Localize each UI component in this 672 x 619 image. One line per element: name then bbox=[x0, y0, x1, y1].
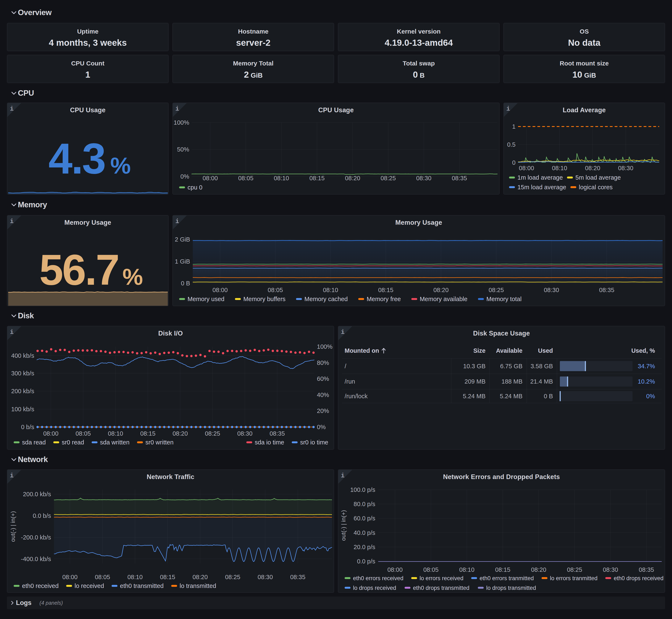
svg-text:sda read: sda read bbox=[22, 439, 46, 446]
svg-text:100.0 p/s: 100.0 p/s bbox=[350, 486, 375, 493]
svg-text:200.0 kb/s: 200.0 kb/s bbox=[23, 491, 51, 497]
svg-text:08:25: 08:25 bbox=[567, 566, 582, 573]
svg-text:10.2%: 10.2% bbox=[638, 378, 655, 385]
svg-text:2 GiB: 2 GiB bbox=[175, 236, 190, 243]
svg-text:sr0 io time: sr0 io time bbox=[300, 439, 328, 446]
svg-text:out(-) | in(+): out(-) | in(+) bbox=[10, 511, 16, 542]
svg-text:%: % bbox=[110, 152, 131, 178]
svg-text:Memory free: Memory free bbox=[367, 296, 401, 302]
svg-text:08:20: 08:20 bbox=[433, 287, 449, 293]
svg-text:0.5: 0.5 bbox=[507, 141, 515, 148]
svg-text:0.0 p/s: 0.0 p/s bbox=[357, 558, 375, 565]
svg-text:08:10: 08:10 bbox=[127, 574, 143, 580]
svg-text:400 kb/s: 400 kb/s bbox=[11, 352, 34, 359]
svg-text:40.0 p/s: 40.0 p/s bbox=[354, 530, 375, 536]
svg-text:08:25: 08:25 bbox=[489, 287, 504, 293]
svg-text:60%: 60% bbox=[317, 375, 329, 382]
svg-text:08:15: 08:15 bbox=[309, 175, 325, 182]
svg-text:0.0 b/s: 0.0 b/s bbox=[33, 512, 51, 519]
svg-text:Available: Available bbox=[496, 347, 523, 354]
svg-text:eth0 received: eth0 received bbox=[22, 582, 59, 589]
svg-text:08:10: 08:10 bbox=[323, 287, 338, 293]
svg-text:08:00: 08:00 bbox=[62, 574, 78, 580]
svg-text:6.75 GB: 6.75 GB bbox=[500, 363, 523, 369]
svg-text:08:20: 08:20 bbox=[173, 430, 188, 437]
svg-text:lo transmitted: lo transmitted bbox=[180, 582, 216, 589]
svg-text:08:35: 08:35 bbox=[270, 430, 285, 437]
svg-text:0 B: 0 B bbox=[181, 280, 190, 287]
svg-text:08:25: 08:25 bbox=[225, 574, 240, 580]
svg-text:100%: 100% bbox=[317, 343, 332, 350]
svg-text:1: 1 bbox=[512, 123, 515, 130]
svg-text:08:00: 08:00 bbox=[387, 566, 403, 573]
svg-text:0%: 0% bbox=[317, 424, 326, 430]
svg-text:08:30: 08:30 bbox=[618, 165, 633, 171]
svg-text:5.24 MB: 5.24 MB bbox=[500, 393, 523, 400]
svg-text:out(-) | in(+): out(-) | in(+) bbox=[340, 510, 347, 541]
svg-text:0: 0 bbox=[512, 159, 515, 166]
svg-text:56.7: 56.7 bbox=[39, 246, 118, 294]
svg-text:08:00: 08:00 bbox=[212, 287, 228, 293]
svg-text:08:00: 08:00 bbox=[203, 175, 218, 182]
svg-text:eth0 errors received: eth0 errors received bbox=[353, 575, 404, 581]
svg-text:08:35: 08:35 bbox=[639, 566, 654, 573]
svg-text:Memory used: Memory used bbox=[188, 296, 225, 302]
svg-text:100%: 100% bbox=[174, 119, 189, 126]
svg-text:sr0 read: sr0 read bbox=[62, 439, 84, 446]
svg-text:lo errors tranmitted: lo errors tranmitted bbox=[550, 575, 598, 581]
svg-text:sda written: sda written bbox=[100, 439, 129, 446]
svg-text:/run: /run bbox=[345, 378, 355, 385]
svg-text:Used, %: Used, % bbox=[631, 347, 655, 354]
svg-text:08:15: 08:15 bbox=[378, 287, 393, 293]
svg-text:200 kb/s: 200 kb/s bbox=[11, 388, 34, 395]
svg-text:/run/lock: /run/lock bbox=[345, 393, 368, 400]
svg-text:cpu 0: cpu 0 bbox=[188, 184, 202, 191]
svg-text:08:05: 08:05 bbox=[423, 566, 439, 573]
svg-text:0 B: 0 B bbox=[544, 393, 553, 400]
svg-text:34.7%: 34.7% bbox=[638, 363, 655, 369]
svg-text:100 kb/s: 100 kb/s bbox=[11, 406, 34, 413]
svg-text:08:05: 08:05 bbox=[95, 574, 110, 580]
svg-text:-400.0 kb/s: -400.0 kb/s bbox=[21, 556, 51, 562]
svg-text:Memory total: Memory total bbox=[486, 296, 522, 302]
svg-text:08:05: 08:05 bbox=[76, 430, 91, 437]
svg-text:08:20: 08:20 bbox=[345, 175, 360, 182]
svg-text:08:30: 08:30 bbox=[237, 430, 253, 437]
svg-text:10.3 GB: 10.3 GB bbox=[463, 363, 486, 369]
svg-text:80.0 p/s: 80.0 p/s bbox=[354, 501, 375, 507]
svg-text:08:00: 08:00 bbox=[43, 430, 59, 437]
svg-text:188 MB: 188 MB bbox=[501, 378, 523, 385]
svg-text:Memory available: Memory available bbox=[420, 296, 468, 302]
svg-text:20%: 20% bbox=[317, 408, 329, 414]
svg-text:209 MB: 209 MB bbox=[465, 378, 486, 385]
svg-text:eth0 drops received: eth0 drops received bbox=[614, 575, 663, 581]
svg-text:4.3: 4.3 bbox=[49, 135, 105, 183]
svg-text:lo received: lo received bbox=[74, 582, 104, 589]
svg-text:lo drops transmitted: lo drops transmitted bbox=[486, 585, 536, 591]
svg-text:08:20: 08:20 bbox=[193, 574, 208, 580]
svg-text:08:25: 08:25 bbox=[380, 175, 396, 182]
svg-text:80%: 80% bbox=[317, 359, 329, 366]
svg-text:08:10: 08:10 bbox=[552, 165, 567, 171]
svg-text:lo drops received: lo drops received bbox=[353, 585, 396, 591]
svg-text:08:10: 08:10 bbox=[459, 566, 475, 573]
svg-text:40%: 40% bbox=[317, 392, 329, 398]
svg-text:lo errors received: lo errors received bbox=[420, 575, 464, 581]
svg-text:-200.0 kb/s: -200.0 kb/s bbox=[21, 534, 51, 541]
svg-text:Size: Size bbox=[473, 347, 486, 354]
svg-text:Used: Used bbox=[538, 347, 553, 354]
svg-text:sda io time: sda io time bbox=[255, 439, 284, 446]
svg-text:08:35: 08:35 bbox=[452, 175, 467, 182]
svg-text:08:20: 08:20 bbox=[531, 566, 546, 573]
svg-text:%: % bbox=[122, 264, 143, 289]
svg-text:08:20: 08:20 bbox=[585, 165, 600, 171]
svg-text:08:00: 08:00 bbox=[519, 165, 534, 171]
svg-text:08:25: 08:25 bbox=[205, 430, 220, 437]
svg-text:1m load average: 1m load average bbox=[517, 174, 563, 181]
svg-text:15m load average: 15m load average bbox=[517, 184, 566, 191]
svg-text:08:10: 08:10 bbox=[108, 430, 123, 437]
svg-text:08:15: 08:15 bbox=[160, 574, 175, 580]
svg-text:21.4 MB: 21.4 MB bbox=[530, 378, 553, 385]
svg-text:50%: 50% bbox=[177, 146, 189, 153]
svg-text:20.0 p/s: 20.0 p/s bbox=[354, 544, 375, 550]
